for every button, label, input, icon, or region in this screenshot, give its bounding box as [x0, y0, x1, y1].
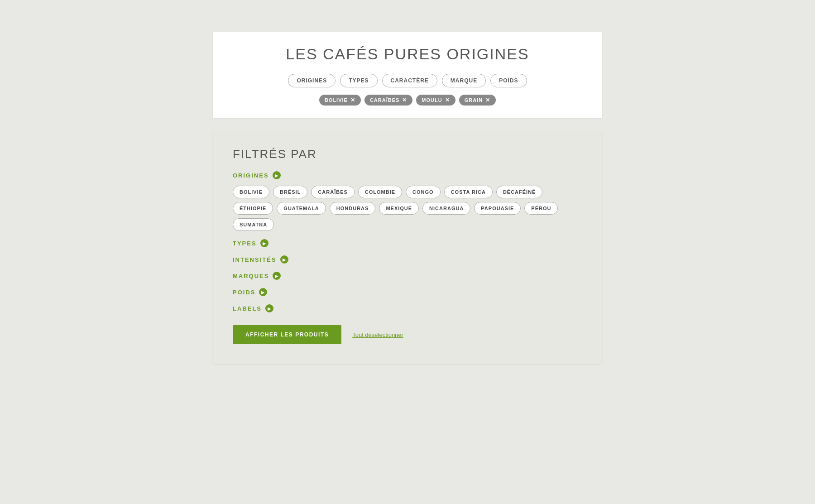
tag-bresil[interactable]: BRÉSIL	[273, 186, 307, 198]
origines-expand-icon: ▶	[273, 171, 281, 179]
bottom-actions: AFFICHER LES PRODUITS Tout désélectionne…	[233, 325, 582, 344]
active-tag-caraibes[interactable]: CARAÏBES ✕	[364, 95, 412, 106]
active-tag-moulu[interactable]: MOULU ✕	[416, 95, 455, 106]
section-marques-header[interactable]: MARQUES ▶	[233, 272, 582, 280]
active-tags-row: BOLIVIE ✕ CARAÏBES ✕ MOULU ✕ GRAIN ✕	[231, 95, 584, 106]
section-labels-header[interactable]: LABELS ▶	[233, 304, 582, 312]
tag-ethiopie[interactable]: ÉTHIOPIE	[233, 202, 273, 215]
active-tag-bolivie-label: BOLIVIE	[325, 97, 348, 103]
filter-btn-caractere[interactable]: CARACTÈRE	[382, 74, 437, 87]
top-card: LES CAFÉS PURES ORIGINES ORIGINES TYPES …	[213, 32, 602, 118]
remove-grain-icon[interactable]: ✕	[485, 97, 490, 103]
tag-honduras[interactable]: HONDURAS	[330, 202, 376, 215]
tag-guatemala[interactable]: GUATEMALA	[277, 202, 326, 215]
tag-costa-rica[interactable]: COSTA RICA	[444, 186, 493, 198]
tag-colombie[interactable]: COLOMBIE	[358, 186, 402, 198]
filter-btn-marque[interactable]: MARQUE	[442, 74, 486, 87]
filter-btn-origines[interactable]: ORIGINES	[288, 74, 336, 87]
tag-congo[interactable]: CONGO	[406, 186, 441, 198]
section-marques-title: MARQUES	[233, 273, 269, 279]
origines-tags-grid: BOLIVIE BRÉSIL CARAÏBES COLOMBIE CONGO C…	[233, 186, 582, 231]
intensites-expand-icon: ▶	[280, 255, 288, 264]
active-tag-grain-label: GRAIN	[465, 97, 483, 103]
section-types: TYPES ▶	[233, 239, 582, 247]
section-poids-header[interactable]: POIDS ▶	[233, 288, 582, 296]
active-tag-moulu-label: MOULU	[422, 97, 442, 103]
section-intensites-header[interactable]: INTENSITÉS ▶	[233, 255, 582, 264]
active-tag-bolivie[interactable]: BOLIVIE ✕	[319, 95, 361, 106]
tag-perou[interactable]: PÉROU	[524, 202, 558, 215]
section-types-header[interactable]: TYPES ▶	[233, 239, 582, 247]
poids-expand-icon: ▶	[259, 288, 267, 296]
section-poids-title: POIDS	[233, 289, 255, 296]
labels-expand-icon: ▶	[265, 304, 273, 312]
filter-panel: FILTRÉS PAR ORIGINES ▶ BOLIVIE BRÉSIL CA…	[213, 131, 602, 364]
show-products-button[interactable]: AFFICHER LES PRODUITS	[233, 325, 341, 344]
types-expand-icon: ▶	[260, 239, 268, 247]
deselect-all-button[interactable]: Tout désélectionner	[352, 331, 403, 338]
filter-btn-poids[interactable]: POIDS	[490, 74, 527, 87]
section-intensites-title: INTENSITÉS	[233, 256, 277, 263]
section-origines: ORIGINES ▶ BOLIVIE BRÉSIL CARAÏBES COLOM…	[233, 171, 582, 231]
filter-btn-types[interactable]: TYPES	[340, 74, 377, 87]
section-marques: MARQUES ▶	[233, 272, 582, 280]
tag-caraibes[interactable]: CARAÏBES	[311, 186, 354, 198]
remove-moulu-icon[interactable]: ✕	[445, 97, 450, 103]
tag-nicaragua[interactable]: NICARAGUA	[422, 202, 470, 215]
tag-mexique[interactable]: MEXIQUE	[379, 202, 419, 215]
section-origines-title: ORIGINES	[233, 172, 269, 179]
active-tag-grain[interactable]: GRAIN ✕	[459, 95, 496, 106]
filter-panel-title: FILTRÉS PAR	[233, 147, 582, 161]
section-poids: POIDS ▶	[233, 288, 582, 296]
tag-papouasie[interactable]: PAPOUASIE	[474, 202, 521, 215]
marques-expand-icon: ▶	[273, 272, 281, 280]
section-labels-title: LABELS	[233, 305, 262, 312]
remove-caraibes-icon[interactable]: ✕	[402, 97, 407, 103]
section-intensites: INTENSITÉS ▶	[233, 255, 582, 264]
page-title: LES CAFÉS PURES ORIGINES	[231, 45, 584, 63]
filter-buttons-row: ORIGINES TYPES CARACTÈRE MARQUE POIDS	[231, 74, 584, 87]
tag-sumatra[interactable]: SUMATRA	[233, 218, 274, 231]
remove-bolivie-icon[interactable]: ✕	[350, 97, 355, 103]
section-origines-header[interactable]: ORIGINES ▶	[233, 171, 582, 179]
section-types-title: TYPES	[233, 240, 257, 247]
active-tag-caraibes-label: CARAÏBES	[370, 97, 399, 103]
section-labels: LABELS ▶	[233, 304, 582, 312]
tag-decafeine[interactable]: DÉCAFÉINÉ	[496, 186, 543, 198]
tag-bolivie[interactable]: BOLIVIE	[233, 186, 269, 198]
